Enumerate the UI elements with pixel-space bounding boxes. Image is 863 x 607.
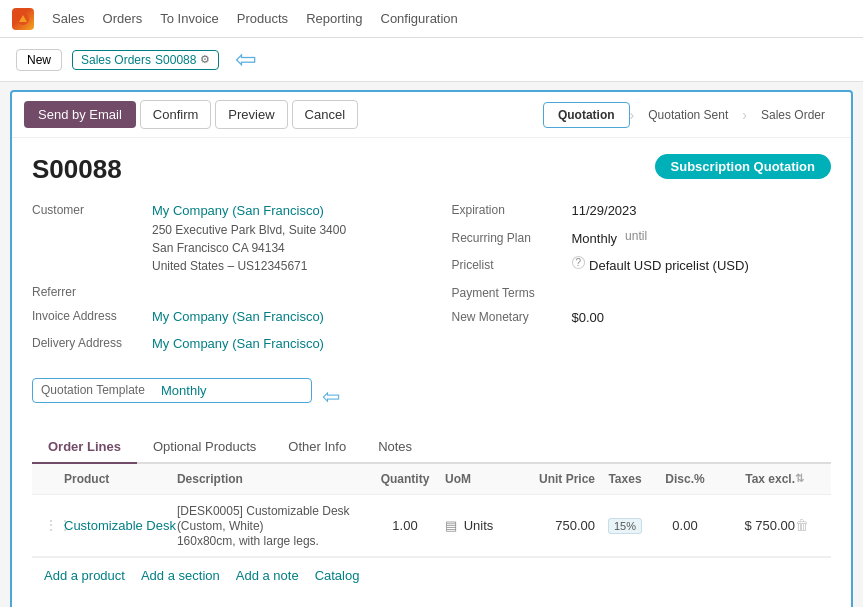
app-name[interactable]: Sales <box>52 11 85 26</box>
uom-icon: ▤ <box>445 518 457 533</box>
app-icon <box>12 8 34 30</box>
taxes-col-header: Taxes <box>595 472 655 486</box>
tab-notes[interactable]: Notes <box>362 431 428 464</box>
new-monetary-value: $0.00 <box>572 308 605 328</box>
expiration-label: Expiration <box>452 201 572 217</box>
nav-configuration[interactable]: Configuration <box>381 11 458 26</box>
payment-terms-label: Payment Terms <box>452 284 572 300</box>
pricelist-help-icon[interactable]: ? <box>572 256 586 269</box>
status-sales-order[interactable]: Sales Order <box>747 103 839 127</box>
quantity-col-header: Quantity <box>365 472 445 486</box>
nav-orders[interactable]: Orders <box>103 11 143 26</box>
sort-col-header[interactable]: ⇅ <box>795 472 819 485</box>
row-uom: Units <box>464 518 494 533</box>
template-value[interactable]: Monthly <box>161 383 207 398</box>
invoice-label: Invoice Address <box>32 307 152 323</box>
invoice-value[interactable]: My Company (San Francisco) <box>152 307 324 327</box>
subscription-badge: Subscription Quotation <box>655 154 831 179</box>
expiration-value: 11/29/2023 <box>572 201 637 221</box>
breadcrumb-arrow-icon: ⇦ <box>235 44 257 75</box>
template-label: Quotation Template <box>41 383 161 397</box>
new-monetary-label: New Monetary <box>452 308 572 324</box>
quotation-template-row: Quotation Template Monthly <box>32 378 312 403</box>
expiration-row: Expiration 11/29/2023 <box>452 201 832 221</box>
form-right: Expiration 11/29/2023 Recurring Plan Mon… <box>452 201 832 362</box>
catalog-link[interactable]: Catalog <box>315 568 360 583</box>
add-note-link[interactable]: Add a note <box>236 568 299 583</box>
unit-price-col-header: Unit Price <box>515 472 595 486</box>
recurring-until: until <box>625 229 647 243</box>
order-lines-table: Product Description Quantity UoM Unit Pr… <box>32 464 831 557</box>
tax-badge: 15% <box>608 518 642 534</box>
gear-icon[interactable]: ⚙ <box>200 53 210 66</box>
form-body: S00088 Subscription Quotation Customer M… <box>12 138 851 607</box>
table-header: Product Description Quantity UoM Unit Pr… <box>32 464 831 495</box>
new-button[interactable]: New <box>16 49 62 71</box>
customer-addr3: United States – US12345671 <box>152 257 346 275</box>
row-unit-price: 750.00 <box>555 518 595 533</box>
invoice-address-row: Invoice Address My Company (San Francisc… <box>32 307 412 327</box>
customer-label: Customer <box>32 201 152 217</box>
customer-name[interactable]: My Company (San Francisco) <box>152 203 324 218</box>
nav-products[interactable]: Products <box>237 11 288 26</box>
status-pipeline: Quotation › Quotation Sent › Sales Order <box>543 102 839 128</box>
breadcrumb-ref: S00088 <box>155 53 196 67</box>
template-section: Quotation Template Monthly ⇦ <box>32 378 831 417</box>
product-col-header: Product <box>64 472 177 486</box>
cancel-button[interactable]: Cancel <box>292 100 358 129</box>
customer-addr2: San Francisco CA 94134 <box>152 239 346 257</box>
customer-value: My Company (San Francisco) 250 Executive… <box>152 201 346 275</box>
uom-col-header: UoM <box>445 472 515 486</box>
description-line3: 160x80cm, with large legs. <box>177 534 319 548</box>
add-product-link[interactable]: Add a product <box>44 568 125 583</box>
row-tax-excl: $ 750.00 <box>744 518 795 533</box>
tab-other-info[interactable]: Other Info <box>272 431 362 464</box>
recurring-value: Monthly <box>572 229 618 249</box>
delivery-value[interactable]: My Company (San Francisco) <box>152 334 324 354</box>
pricelist-label: Pricelist <box>452 256 572 272</box>
row-disc: 0.00 <box>672 518 697 533</box>
header-bar: New Sales Orders S00088 ⚙ ⇦ <box>0 38 863 82</box>
status-quotation[interactable]: Quotation <box>543 102 630 128</box>
nav-reporting[interactable]: Reporting <box>306 11 362 26</box>
confirm-button[interactable]: Confirm <box>140 100 212 129</box>
description-col-header: Description <box>177 472 365 486</box>
disc-col-header: Disc.% <box>655 472 715 486</box>
tabs: Order Lines Optional Products Other Info… <box>32 431 831 464</box>
delete-row-icon[interactable]: 🗑 <box>795 517 809 533</box>
referrer-row: Referrer <box>32 283 412 299</box>
table-row: ⋮⋮ Customizable Desk [DESK0005] Customiz… <box>32 495 831 557</box>
add-section-link[interactable]: Add a section <box>141 568 220 583</box>
description-line1: [DESK0005] Customizable Desk <box>177 504 350 518</box>
top-navigation: Sales Orders To Invoice Products Reporti… <box>0 0 863 38</box>
recurring-label: Recurring Plan <box>452 229 572 245</box>
recurring-plan-row: Recurring Plan Monthly until <box>452 229 832 249</box>
template-arrow-icon: ⇦ <box>322 384 340 410</box>
send-by-email-button[interactable]: Send by Email <box>24 101 136 128</box>
main-content: Send by Email Confirm Preview Cancel Quo… <box>10 90 853 607</box>
delivery-label: Delivery Address <box>32 334 152 350</box>
new-monetary-row: New Monetary $0.00 <box>452 308 832 328</box>
referrer-label: Referrer <box>32 283 152 299</box>
pricelist-row: Pricelist ? Default USD pricelist (USD) <box>452 256 832 276</box>
customer-addr1: 250 Executive Park Blvd, Suite 3400 <box>152 221 346 239</box>
row-quantity: 1.00 <box>392 518 417 533</box>
footer-links: Add a product Add a section Add a note C… <box>32 557 831 593</box>
form-left: Customer My Company (San Francisco) 250 … <box>32 201 412 362</box>
customer-row: Customer My Company (San Francisco) 250 … <box>32 201 412 275</box>
action-bar: Send by Email Confirm Preview Cancel Quo… <box>12 92 851 138</box>
breadcrumb-label: Sales Orders <box>81 53 151 67</box>
order-title-row: S00088 Subscription Quotation <box>32 154 831 185</box>
status-quotation-sent[interactable]: Quotation Sent <box>634 103 742 127</box>
delivery-address-row: Delivery Address My Company (San Francis… <box>32 334 412 354</box>
product-name[interactable]: Customizable Desk <box>64 518 176 533</box>
payment-terms-row: Payment Terms <box>452 284 832 300</box>
nav-to-invoice[interactable]: To Invoice <box>160 11 219 26</box>
breadcrumb[interactable]: Sales Orders S00088 ⚙ <box>72 50 219 70</box>
tab-optional-products[interactable]: Optional Products <box>137 431 272 464</box>
order-title: S00088 <box>32 154 122 185</box>
description-line2: (Custom, White) <box>177 519 264 533</box>
tab-order-lines[interactable]: Order Lines <box>32 431 137 464</box>
preview-button[interactable]: Preview <box>215 100 287 129</box>
form-columns: Customer My Company (San Francisco) 250 … <box>32 201 831 362</box>
